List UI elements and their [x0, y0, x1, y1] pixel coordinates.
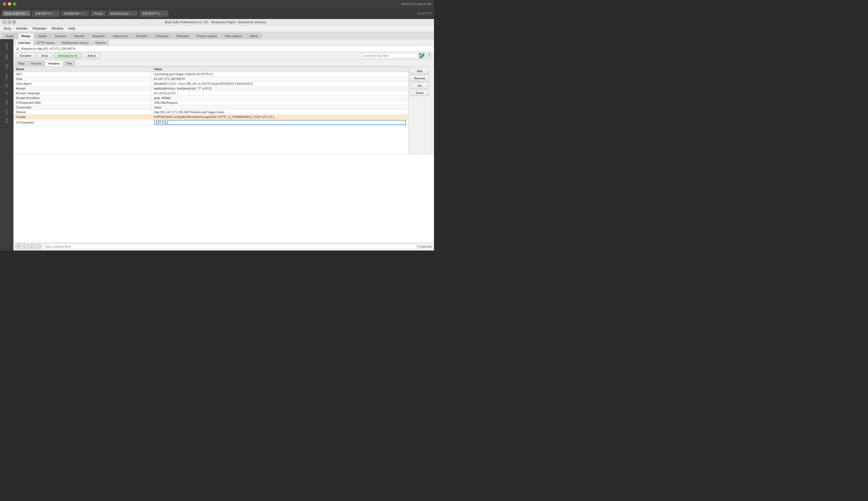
- search-next-button[interactable]: ›: [36, 244, 41, 249]
- win-maximize[interactable]: □: [7, 20, 11, 24]
- sidebar-item-strin: Strin: [5, 62, 9, 71]
- sub-tab-options[interactable]: Options: [92, 40, 109, 45]
- down-button[interactable]: Down: [410, 90, 429, 96]
- browser-tab-5[interactable]: web2php.php – ...: [108, 11, 138, 16]
- tab-intruder[interactable]: Intruder: [71, 33, 88, 39]
- view-tab-params[interactable]: Params: [28, 61, 45, 66]
- header-value-cell[interactable]: Mozilla/5.0 (X11; Linux x86_64; rv:102.0…: [151, 81, 408, 86]
- menu-window[interactable]: Window: [49, 26, 66, 31]
- minimize-button[interactable]: [8, 2, 11, 6]
- forward-button[interactable]: Forward: [16, 53, 35, 58]
- tab-decoder[interactable]: Decoder: [132, 33, 151, 39]
- table-row[interactable]: X-Requested-WithXMLHttpRequest: [14, 100, 408, 105]
- header-name-cell[interactable]: Accept-Language: [14, 91, 152, 96]
- tab-alerts[interactable]: Alerts: [246, 33, 262, 39]
- header-value-cell[interactable]: en-US,en;q=0.5: [151, 91, 408, 96]
- menu-intruder[interactable]: Intruder: [14, 26, 30, 31]
- header-name-cell[interactable]: Connection: [14, 105, 152, 110]
- tab-sequencer[interactable]: Sequencer: [109, 33, 131, 39]
- sub-tab-websockets[interactable]: WebSockets history: [59, 40, 92, 45]
- browser-tab-6[interactable]: 设备维护中心 –...: [139, 10, 168, 17]
- search-input[interactable]: [43, 244, 416, 249]
- tab-proxy[interactable]: Proxy: [18, 33, 34, 39]
- header-value-cell[interactable]: http://61.147.171.105:49274/index.php?pa…: [151, 110, 408, 115]
- header-name-cell[interactable]: User-Agent: [14, 81, 152, 86]
- color-picker[interactable]: [419, 53, 424, 58]
- header-name-cell[interactable]: Accept-Encoding: [14, 96, 152, 100]
- table-row[interactable]: Acceptapplication/json, text/javascript,…: [14, 86, 408, 91]
- tab-project-options[interactable]: Project options: [193, 33, 221, 39]
- header-value-cell[interactable]: [151, 119, 408, 126]
- header-value-cell[interactable]: XMLHttpRequest: [151, 100, 408, 105]
- action-button[interactable]: Action: [83, 53, 100, 58]
- browser-tab-3[interactable]: kwkl@kwkl: ~/...: [61, 11, 89, 16]
- header-name-cell[interactable]: Accept: [14, 86, 152, 91]
- tab-extender[interactable]: Extender: [173, 33, 193, 39]
- request-info-bar: 🔒 Request to http://61.147.171.105:49274: [13, 45, 434, 52]
- browser-tab-4[interactable]: Thunar: [91, 11, 106, 16]
- table-row[interactable]: User-AgentMozilla/5.0 (X11; Linux x86_64…: [14, 81, 408, 86]
- headers-container: Name Value GET/somrthing.json?page=1&lim…: [13, 66, 434, 154]
- header-name-cell[interactable]: X-Requested-With: [14, 100, 152, 105]
- browser-tab-burp[interactable]: Burp Suite Pro...: [2, 11, 31, 16]
- main-content: Encry Othe Strin Load http 4/in Auto Ena…: [0, 39, 434, 250]
- browser-tab-2[interactable]: 设备维护中心 ...: [32, 10, 60, 17]
- comment-input[interactable]: [361, 53, 417, 58]
- menu-help[interactable]: Help: [66, 26, 78, 31]
- header-name-cell[interactable]: Cookie: [14, 115, 152, 119]
- header-value-cell[interactable]: PHPSESSID=mc5p3623flhm54cd4corge26v0; HT…: [151, 115, 408, 119]
- header-name-cell[interactable]: X-Forwarded: [14, 119, 152, 126]
- table-row[interactable]: X-Forwarded: [14, 119, 408, 126]
- sidebar-item-ena1: Ena: [5, 108, 9, 116]
- win-minimize[interactable]: ─: [2, 20, 6, 24]
- close-button[interactable]: [3, 2, 6, 6]
- search-bar: ? ‹ + › 0 matches: [13, 242, 434, 250]
- header-value-cell[interactable]: gzip, deflate: [151, 96, 408, 100]
- tab-spider[interactable]: Spider: [34, 33, 51, 39]
- drop-button[interactable]: Drop: [37, 53, 52, 58]
- add-button[interactable]: Add: [410, 68, 429, 74]
- header-value-cell[interactable]: 61.147.171.105:49274: [151, 77, 408, 81]
- remove-button[interactable]: Remove: [410, 75, 429, 81]
- sub-tab-intercept[interactable]: Intercept: [15, 40, 33, 45]
- header-name-cell[interactable]: Host: [14, 77, 152, 81]
- view-tab-hex[interactable]: Hex: [64, 61, 75, 66]
- search-prev-button[interactable]: ‹: [22, 244, 28, 249]
- table-row[interactable]: GET/somrthing.json?page=1&limit=10 HTTP/…: [14, 72, 408, 77]
- tab-user-options[interactable]: User options: [222, 33, 246, 39]
- header-name-cell[interactable]: Referer: [14, 110, 152, 115]
- sub-tab-http-history[interactable]: HTTP history: [34, 40, 58, 45]
- view-tab-headers[interactable]: Headers: [45, 61, 63, 66]
- table-row[interactable]: Connectionclose: [14, 105, 408, 110]
- tab-scanner[interactable]: Scanner: [51, 33, 70, 39]
- sidebar-item-othe: Othe: [5, 52, 9, 61]
- header-value-input[interactable]: [154, 120, 406, 125]
- header-value-cell[interactable]: close: [151, 105, 408, 110]
- os-title: kali202103 webseclab: [401, 2, 431, 6]
- tab-comparer[interactable]: Comparer: [151, 33, 172, 39]
- win-close[interactable]: ✕: [12, 20, 16, 24]
- header-name-cell[interactable]: GET: [14, 72, 152, 77]
- table-row[interactable]: CookiePHPSESSID=mc5p3623flhm54cd4corge26…: [14, 115, 408, 119]
- up-button[interactable]: Up: [410, 83, 429, 89]
- view-tab-raw[interactable]: Raw: [15, 61, 28, 66]
- intercept-button[interactable]: Intercept is on: [54, 53, 81, 58]
- search-add-button[interactable]: +: [29, 244, 35, 249]
- match-count: 0 matches: [417, 245, 432, 248]
- tab-target[interactable]: Target: [2, 33, 18, 39]
- maximize-button[interactable]: [13, 2, 16, 6]
- sidebar: Encry Othe Strin Load http 4/in Auto Ena…: [0, 39, 13, 250]
- table-row[interactable]: Refererhttp://61.147.171.105:49274/index…: [14, 110, 408, 115]
- scrollbar[interactable]: [431, 66, 434, 154]
- header-value-cell[interactable]: /somrthing.json?page=1&limit=10 HTTP/1.1: [151, 72, 408, 77]
- search-help-button[interactable]: ?: [16, 244, 21, 249]
- headers-table-wrap: Name Value GET/somrthing.json?page=1&lim…: [13, 66, 408, 154]
- tab-repeater[interactable]: Repeater: [89, 33, 109, 39]
- table-row[interactable]: Accept-Encodinggzip, deflate: [14, 96, 408, 100]
- table-row[interactable]: Accept-Languageen-US,en;q=0.5: [14, 91, 408, 96]
- header-value-cell[interactable]: application/json, text/javascript, */*; …: [151, 86, 408, 91]
- help-button[interactable]: ?: [426, 53, 432, 58]
- menu-burp[interactable]: Burp: [2, 26, 13, 31]
- menu-repeater[interactable]: Repeater: [31, 26, 49, 31]
- table-row[interactable]: Host61.147.171.105:49274: [14, 77, 408, 81]
